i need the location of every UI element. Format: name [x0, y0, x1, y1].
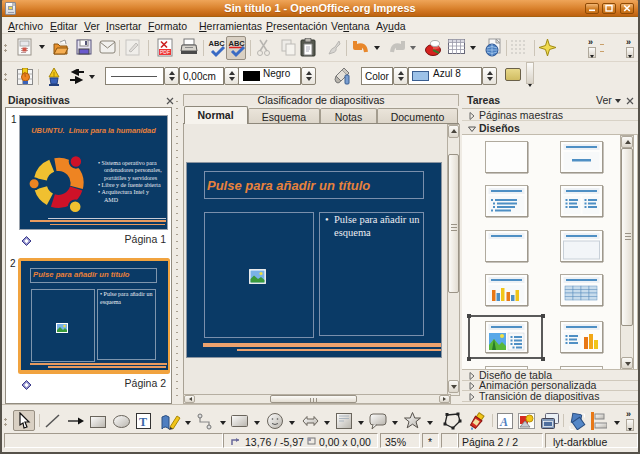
- svg-text:A: A: [499, 415, 508, 429]
- svg-text:PDF: PDF: [160, 49, 170, 55]
- svg-text:T: T: [139, 415, 147, 429]
